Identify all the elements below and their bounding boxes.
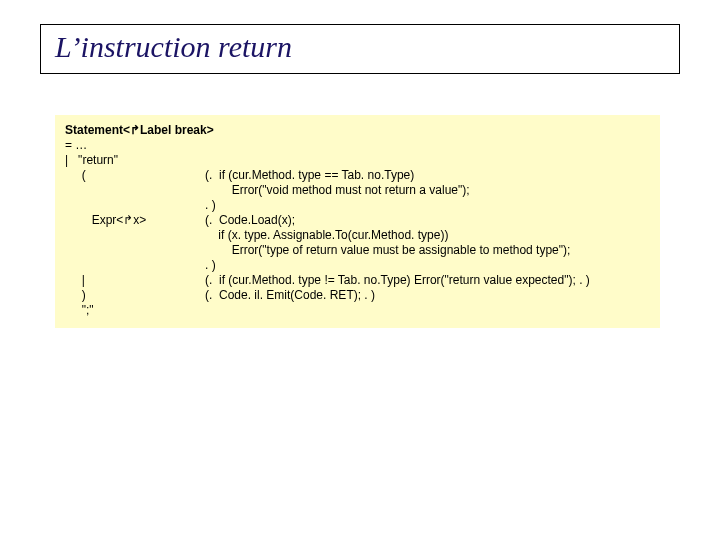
code-row: . ) — [65, 198, 650, 213]
code-row: ";" — [65, 303, 650, 318]
slide-title: L’instruction return — [55, 29, 665, 65]
code-row: ( (. if (cur.Method. type == Tab. no.Typ… — [65, 168, 650, 183]
code-block: Statement<↱Label break> = … | "return" (… — [55, 115, 660, 328]
code-left: | — [65, 273, 205, 288]
code-right: . ) — [205, 258, 650, 273]
code-right: . ) — [205, 198, 650, 213]
code-left: ( — [65, 168, 205, 183]
slide-root: L’instruction return Statement<↱Label br… — [0, 0, 720, 540]
code-right: (. Code.Load(x); — [205, 213, 650, 228]
code-row: Error("void method must not return a val… — [65, 183, 650, 198]
code-right: (. if (cur.Method. type == Tab. no.Type) — [205, 168, 650, 183]
code-right: Error("void method must not return a val… — [205, 183, 650, 198]
code-row: . ) — [65, 258, 650, 273]
code-row: | (. if (cur.Method. type != Tab. no.Typ… — [65, 273, 650, 288]
code-eq-line: = … — [65, 138, 650, 153]
title-box: L’instruction return — [40, 24, 680, 74]
code-header: Statement<↱Label break> — [65, 123, 650, 138]
code-row: Error("type of return value must be assi… — [65, 243, 650, 258]
code-right: (. Code. il. Emit(Code. RET); . ) — [205, 288, 650, 303]
code-return-line: | "return" — [65, 153, 650, 168]
code-right: (. if (cur.Method. type != Tab. no.Type)… — [205, 273, 650, 288]
code-row: if (x. type. Assignable.To(cur.Method. t… — [65, 228, 650, 243]
code-row: ) (. Code. il. Emit(Code. RET); . ) — [65, 288, 650, 303]
code-left: ) — [65, 288, 205, 303]
code-right: Error("type of return value must be assi… — [205, 243, 650, 258]
code-left: ";" — [65, 303, 205, 318]
code-right: if (x. type. Assignable.To(cur.Method. t… — [205, 228, 650, 243]
code-left: Expr<↱x> — [65, 213, 205, 228]
code-row: Expr<↱x> (. Code.Load(x); — [65, 213, 650, 228]
